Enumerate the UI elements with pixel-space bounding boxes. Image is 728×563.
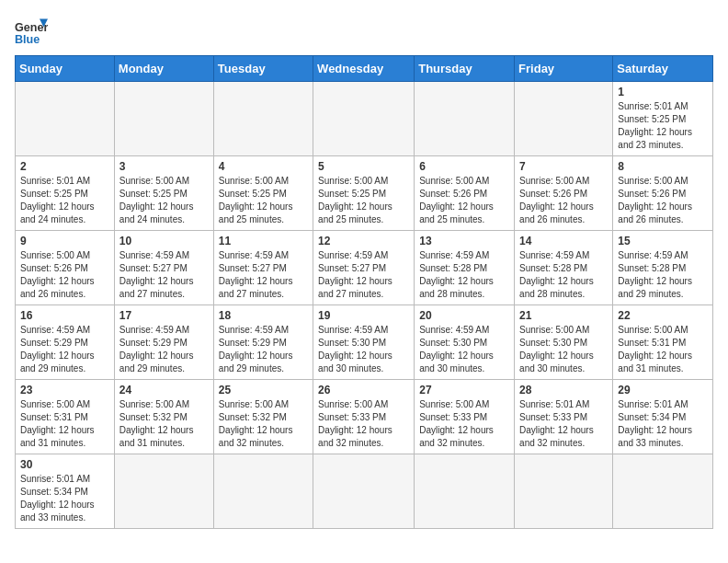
day-number: 24: [119, 384, 209, 396]
day-info: Sunrise: 5:00 AM Sunset: 5:32 PM Dayligh…: [219, 398, 308, 450]
calendar-week-row: 16Sunrise: 4:59 AM Sunset: 5:29 PM Dayli…: [16, 305, 713, 380]
day-number: 10: [119, 235, 209, 247]
day-number: 4: [219, 160, 308, 173]
day-info: Sunrise: 4:59 AM Sunset: 5:27 PM Dayligh…: [119, 249, 209, 301]
calendar-day-cell: [114, 82, 213, 156]
day-number: 20: [419, 309, 509, 322]
day-info: Sunrise: 5:00 AM Sunset: 5:32 PM Dayligh…: [119, 398, 209, 450]
calendar-day-cell: 27Sunrise: 5:00 AM Sunset: 5:33 PM Dayli…: [415, 380, 515, 454]
day-info: Sunrise: 4:59 AM Sunset: 5:29 PM Dayligh…: [119, 324, 209, 375]
calendar-day-cell: 22Sunrise: 5:00 AM Sunset: 5:31 PM Dayli…: [613, 305, 713, 380]
day-info: Sunrise: 5:01 AM Sunset: 5:34 PM Dayligh…: [20, 473, 109, 524]
calendar-day-cell: 6Sunrise: 5:00 AM Sunset: 5:26 PM Daylig…: [415, 156, 515, 231]
day-number: 25: [219, 384, 308, 396]
day-info: Sunrise: 5:00 AM Sunset: 5:30 PM Dayligh…: [519, 324, 608, 375]
weekday-header-cell: Wednesday: [313, 56, 415, 82]
calendar-day-cell: 15Sunrise: 4:59 AM Sunset: 5:28 PM Dayli…: [613, 231, 713, 305]
svg-text:Blue: Blue: [15, 33, 40, 46]
calendar-day-cell: 25Sunrise: 5:00 AM Sunset: 5:32 PM Dayli…: [213, 380, 313, 454]
day-number: 26: [318, 384, 409, 396]
day-info: Sunrise: 5:00 AM Sunset: 5:33 PM Dayligh…: [318, 398, 409, 450]
day-info: Sunrise: 5:00 AM Sunset: 5:31 PM Dayligh…: [618, 324, 708, 375]
calendar-day-cell: 4Sunrise: 5:00 AM Sunset: 5:25 PM Daylig…: [213, 156, 313, 231]
calendar-day-cell: 13Sunrise: 4:59 AM Sunset: 5:28 PM Dayli…: [415, 231, 515, 305]
calendar-day-cell: 18Sunrise: 4:59 AM Sunset: 5:29 PM Dayli…: [213, 305, 313, 380]
calendar-day-cell: 24Sunrise: 5:00 AM Sunset: 5:32 PM Dayli…: [114, 380, 213, 454]
calendar-week-row: 9Sunrise: 5:00 AM Sunset: 5:26 PM Daylig…: [16, 231, 713, 305]
day-info: Sunrise: 5:01 AM Sunset: 5:25 PM Dayligh…: [618, 100, 708, 152]
day-info: Sunrise: 5:00 AM Sunset: 5:33 PM Dayligh…: [419, 398, 509, 450]
calendar-day-cell: [213, 82, 313, 156]
calendar-day-cell: [213, 454, 313, 529]
weekday-header-cell: Thursday: [415, 56, 515, 82]
calendar-body: 1Sunrise: 5:01 AM Sunset: 5:25 PM Daylig…: [16, 82, 713, 529]
calendar-day-cell: [515, 454, 613, 529]
day-info: Sunrise: 5:00 AM Sunset: 5:25 PM Dayligh…: [318, 175, 409, 226]
calendar-day-cell: 10Sunrise: 4:59 AM Sunset: 5:27 PM Dayli…: [114, 231, 213, 305]
calendar-day-cell: 30Sunrise: 5:01 AM Sunset: 5:34 PM Dayli…: [16, 454, 115, 529]
day-number: 14: [519, 235, 608, 247]
calendar-day-cell: 8Sunrise: 5:00 AM Sunset: 5:26 PM Daylig…: [613, 156, 713, 231]
day-info: Sunrise: 5:01 AM Sunset: 5:34 PM Dayligh…: [618, 398, 708, 450]
day-number: 6: [419, 160, 509, 173]
day-info: Sunrise: 4:59 AM Sunset: 5:28 PM Dayligh…: [519, 249, 608, 301]
weekday-header-cell: Tuesday: [213, 56, 313, 82]
day-number: 15: [618, 235, 708, 247]
day-info: Sunrise: 4:59 AM Sunset: 5:29 PM Dayligh…: [219, 324, 308, 375]
calendar-day-cell: [415, 82, 515, 156]
day-info: Sunrise: 4:59 AM Sunset: 5:28 PM Dayligh…: [618, 249, 708, 301]
day-info: Sunrise: 4:59 AM Sunset: 5:28 PM Dayligh…: [419, 249, 509, 301]
day-info: Sunrise: 5:00 AM Sunset: 5:26 PM Dayligh…: [618, 175, 708, 226]
calendar-day-cell: 3Sunrise: 5:00 AM Sunset: 5:25 PM Daylig…: [114, 156, 213, 231]
weekday-header-cell: Monday: [114, 56, 213, 82]
logo: General Blue: [15, 15, 48, 48]
weekday-header-row: SundayMondayTuesdayWednesdayThursdayFrid…: [16, 56, 713, 82]
calendar-day-cell: 23Sunrise: 5:00 AM Sunset: 5:31 PM Dayli…: [16, 380, 115, 454]
calendar-day-cell: 7Sunrise: 5:00 AM Sunset: 5:26 PM Daylig…: [515, 156, 613, 231]
day-number: 21: [519, 309, 608, 322]
day-info: Sunrise: 5:00 AM Sunset: 5:31 PM Dayligh…: [20, 398, 109, 450]
calendar-day-cell: 17Sunrise: 4:59 AM Sunset: 5:29 PM Dayli…: [114, 305, 213, 380]
calendar-week-row: 30Sunrise: 5:01 AM Sunset: 5:34 PM Dayli…: [16, 454, 713, 529]
day-number: 29: [618, 384, 708, 396]
calendar-day-cell: [313, 82, 415, 156]
calendar-day-cell: 2Sunrise: 5:01 AM Sunset: 5:25 PM Daylig…: [16, 156, 115, 231]
day-number: 13: [419, 235, 509, 247]
calendar-week-row: 23Sunrise: 5:00 AM Sunset: 5:31 PM Dayli…: [16, 380, 713, 454]
calendar-day-cell: 1Sunrise: 5:01 AM Sunset: 5:25 PM Daylig…: [613, 82, 713, 156]
calendar-day-cell: 28Sunrise: 5:01 AM Sunset: 5:33 PM Dayli…: [515, 380, 613, 454]
calendar-day-cell: 9Sunrise: 5:00 AM Sunset: 5:26 PM Daylig…: [16, 231, 115, 305]
weekday-header-cell: Friday: [515, 56, 613, 82]
day-number: 19: [318, 309, 409, 322]
day-number: 28: [519, 384, 608, 396]
calendar-day-cell: 14Sunrise: 4:59 AM Sunset: 5:28 PM Dayli…: [515, 231, 613, 305]
day-number: 27: [419, 384, 509, 396]
day-info: Sunrise: 5:00 AM Sunset: 5:26 PM Dayligh…: [519, 175, 608, 226]
weekday-header-cell: Sunday: [16, 56, 115, 82]
day-number: 16: [20, 309, 109, 322]
day-number: 22: [618, 309, 708, 322]
calendar-day-cell: 19Sunrise: 4:59 AM Sunset: 5:30 PM Dayli…: [313, 305, 415, 380]
calendar-day-cell: 20Sunrise: 4:59 AM Sunset: 5:30 PM Dayli…: [415, 305, 515, 380]
day-info: Sunrise: 5:01 AM Sunset: 5:33 PM Dayligh…: [519, 398, 608, 450]
calendar-day-cell: [515, 82, 613, 156]
day-number: 7: [519, 160, 608, 173]
page-header: General Blue: [15, 15, 713, 48]
day-number: 8: [618, 160, 708, 173]
calendar-day-cell: [16, 82, 115, 156]
calendar-day-cell: 5Sunrise: 5:00 AM Sunset: 5:25 PM Daylig…: [313, 156, 415, 231]
calendar-day-cell: [415, 454, 515, 529]
day-number: 9: [20, 235, 109, 247]
calendar-day-cell: 26Sunrise: 5:00 AM Sunset: 5:33 PM Dayli…: [313, 380, 415, 454]
day-info: Sunrise: 5:00 AM Sunset: 5:25 PM Dayligh…: [119, 175, 209, 226]
day-info: Sunrise: 4:59 AM Sunset: 5:29 PM Dayligh…: [20, 324, 109, 375]
calendar-day-cell: 12Sunrise: 4:59 AM Sunset: 5:27 PM Dayli…: [313, 231, 415, 305]
calendar-day-cell: 16Sunrise: 4:59 AM Sunset: 5:29 PM Dayli…: [16, 305, 115, 380]
calendar-day-cell: 21Sunrise: 5:00 AM Sunset: 5:30 PM Dayli…: [515, 305, 613, 380]
day-number: 18: [219, 309, 308, 322]
day-info: Sunrise: 5:00 AM Sunset: 5:25 PM Dayligh…: [219, 175, 308, 226]
day-info: Sunrise: 5:01 AM Sunset: 5:25 PM Dayligh…: [20, 175, 109, 226]
weekday-header-cell: Saturday: [613, 56, 713, 82]
day-info: Sunrise: 5:00 AM Sunset: 5:26 PM Dayligh…: [419, 175, 509, 226]
generalblue-logo-icon: General Blue: [15, 15, 48, 48]
